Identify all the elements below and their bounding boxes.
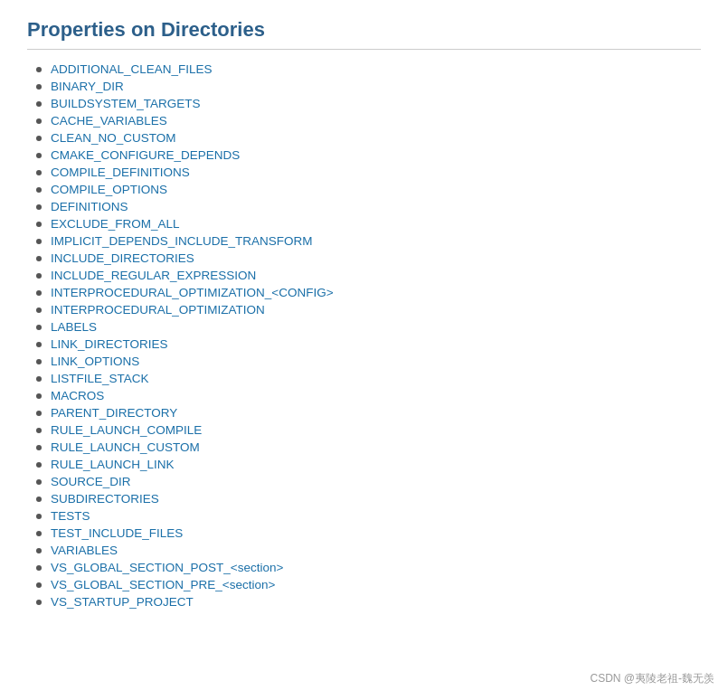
property-link[interactable]: LINK_OPTIONS <box>51 355 139 368</box>
bullet-icon <box>36 428 42 433</box>
watermark: CSDN @夷陵老祖-魏无羡 <box>590 671 714 686</box>
list-item: COMPILE_OPTIONS <box>36 181 701 198</box>
property-link[interactable]: BINARY_DIR <box>51 80 124 93</box>
list-item: BINARY_DIR <box>36 78 701 95</box>
list-item: VARIABLES <box>36 542 701 559</box>
property-link[interactable]: INTERPROCEDURAL_OPTIMIZATION_<CONFIG> <box>51 286 334 299</box>
bullet-icon <box>36 531 42 536</box>
property-link[interactable]: CLEAN_NO_CUSTOM <box>51 131 176 145</box>
property-link[interactable]: ADDITIONAL_CLEAN_FILES <box>51 62 213 76</box>
property-link[interactable]: EXCLUDE_FROM_ALL <box>51 217 180 231</box>
property-link[interactable]: DEFINITIONS <box>51 200 128 213</box>
list-item: EXCLUDE_FROM_ALL <box>36 215 701 232</box>
bullet-icon <box>36 393 42 399</box>
property-link[interactable]: RULE_LAUNCH_CUSTOM <box>51 440 200 454</box>
list-item: CACHE_VARIABLES <box>36 112 701 129</box>
property-link[interactable]: VARIABLES <box>51 544 118 557</box>
bullet-icon <box>36 325 42 330</box>
bullet-icon <box>36 376 42 382</box>
property-link[interactable]: RULE_LAUNCH_COMPILE <box>51 423 202 437</box>
property-link[interactable]: IMPLICIT_DEPENDS_INCLUDE_TRANSFORM <box>51 234 313 248</box>
bullet-icon <box>36 497 42 502</box>
property-link[interactable]: LINK_DIRECTORIES <box>51 337 168 351</box>
bullet-icon <box>36 101 42 107</box>
property-list: ADDITIONAL_CLEAN_FILESBINARY_DIRBUILDSYS… <box>36 61 701 610</box>
bullet-icon <box>36 153 42 158</box>
list-item: INTERPROCEDURAL_OPTIMIZATION <box>36 301 701 318</box>
bullet-icon <box>36 600 42 605</box>
bullet-icon <box>36 565 42 571</box>
list-item: VS_STARTUP_PROJECT <box>36 593 701 610</box>
property-link[interactable]: VS_GLOBAL_SECTION_PRE_<section> <box>51 578 275 591</box>
list-item: SOURCE_DIR <box>36 473 701 490</box>
bullet-icon <box>36 84 42 90</box>
bullet-icon <box>36 136 42 141</box>
bullet-icon <box>36 239 42 244</box>
bullet-icon <box>36 222 42 227</box>
bullet-icon <box>36 67 42 72</box>
list-item: COMPILE_DEFINITIONS <box>36 164 701 181</box>
list-item: RULE_LAUNCH_LINK <box>36 456 701 473</box>
property-link[interactable]: SUBDIRECTORIES <box>51 492 159 506</box>
bullet-icon <box>36 204 42 210</box>
bullet-icon <box>36 290 42 296</box>
page-title: Properties on Directories <box>27 18 701 50</box>
list-item: INCLUDE_DIRECTORIES <box>36 250 701 267</box>
bullet-icon <box>36 479 42 485</box>
property-link[interactable]: MACROS <box>51 389 104 402</box>
list-item: VS_GLOBAL_SECTION_PRE_<section> <box>36 576 701 593</box>
property-link[interactable]: CACHE_VARIABLES <box>51 114 167 128</box>
property-link[interactable]: TEST_INCLUDE_FILES <box>51 526 183 540</box>
list-item: DEFINITIONS <box>36 198 701 215</box>
bullet-icon <box>36 445 42 450</box>
property-link[interactable]: INTERPROCEDURAL_OPTIMIZATION <box>51 303 265 317</box>
property-link[interactable]: INCLUDE_REGULAR_EXPRESSION <box>51 269 256 282</box>
list-item: LABELS <box>36 318 701 336</box>
list-item: CMAKE_CONFIGURE_DEPENDS <box>36 147 701 164</box>
property-link[interactable]: LISTFILE_STACK <box>51 372 149 385</box>
list-item: LINK_OPTIONS <box>36 353 701 370</box>
property-link[interactable]: COMPILE_DEFINITIONS <box>51 166 190 179</box>
bullet-icon <box>36 170 42 175</box>
property-link[interactable]: INCLUDE_DIRECTORIES <box>51 251 194 265</box>
bullet-icon <box>36 514 42 519</box>
property-link[interactable]: COMPILE_OPTIONS <box>51 183 167 196</box>
list-item: CLEAN_NO_CUSTOM <box>36 129 701 147</box>
property-link[interactable]: VS_GLOBAL_SECTION_POST_<section> <box>51 561 283 574</box>
list-item: INTERPROCEDURAL_OPTIMIZATION_<CONFIG> <box>36 284 701 301</box>
list-item: RULE_LAUNCH_CUSTOM <box>36 439 701 456</box>
list-item: BUILDSYSTEM_TARGETS <box>36 95 701 112</box>
bullet-icon <box>36 359 42 364</box>
property-link[interactable]: SOURCE_DIR <box>51 475 131 488</box>
property-link[interactable]: PARENT_DIRECTORY <box>51 406 177 420</box>
property-link[interactable]: VS_STARTUP_PROJECT <box>51 595 194 609</box>
list-item: LISTFILE_STACK <box>36 370 701 387</box>
bullet-icon <box>36 118 42 124</box>
list-item: IMPLICIT_DEPENDS_INCLUDE_TRANSFORM <box>36 232 701 250</box>
property-link[interactable]: CMAKE_CONFIGURE_DEPENDS <box>51 148 240 162</box>
list-item: TEST_INCLUDE_FILES <box>36 525 701 542</box>
list-item: SUBDIRECTORIES <box>36 490 701 507</box>
list-item: VS_GLOBAL_SECTION_POST_<section> <box>36 559 701 576</box>
list-item: MACROS <box>36 387 701 404</box>
list-item: LINK_DIRECTORIES <box>36 336 701 353</box>
bullet-icon <box>36 462 42 468</box>
property-link[interactable]: RULE_LAUNCH_LINK <box>51 458 175 471</box>
bullet-icon <box>36 187 42 193</box>
list-item: RULE_LAUNCH_COMPILE <box>36 421 701 439</box>
bullet-icon <box>36 342 42 347</box>
property-link[interactable]: TESTS <box>51 509 90 523</box>
list-item: ADDITIONAL_CLEAN_FILES <box>36 61 701 78</box>
bullet-icon <box>36 582 42 588</box>
property-link[interactable]: BUILDSYSTEM_TARGETS <box>51 97 201 110</box>
list-item: TESTS <box>36 507 701 525</box>
bullet-icon <box>36 411 42 416</box>
property-link[interactable]: LABELS <box>51 320 97 334</box>
bullet-icon <box>36 307 42 313</box>
list-item: PARENT_DIRECTORY <box>36 404 701 421</box>
bullet-icon <box>36 256 42 261</box>
bullet-icon <box>36 548 42 553</box>
bullet-icon <box>36 273 42 279</box>
list-item: INCLUDE_REGULAR_EXPRESSION <box>36 267 701 284</box>
